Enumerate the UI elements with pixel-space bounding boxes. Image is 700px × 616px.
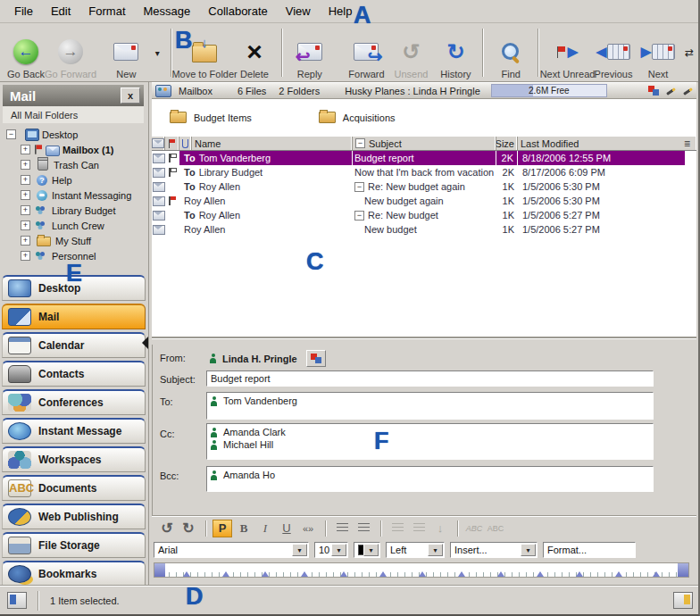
column-last-modified[interactable]: Last Modified ≡ xyxy=(518,137,696,150)
column-size[interactable]: Size xyxy=(496,137,518,150)
collapse-box-icon[interactable]: − xyxy=(6,129,16,139)
expand-box-icon[interactable]: + xyxy=(21,145,30,154)
menu-format[interactable]: Format xyxy=(79,3,134,20)
calendar-status-icon[interactable] xyxy=(673,592,693,609)
menu-collaborate[interactable]: Collaborate xyxy=(199,3,277,20)
ruler[interactable] xyxy=(154,562,689,578)
quote-button[interactable]: «» xyxy=(298,520,318,537)
tree-item-instant-messaging[interactable]: + Instant Messaging xyxy=(3,187,146,203)
tree-item-my-stuff[interactable]: + My Stuff xyxy=(3,233,146,248)
panel-toggle-icon[interactable] xyxy=(7,592,27,609)
subject-field[interactable]: Budget report xyxy=(206,370,654,387)
folder-filter[interactable]: All Mail Folders xyxy=(3,106,144,123)
sidebar-item-conferences[interactable]: Conferences xyxy=(2,389,146,415)
sidebar-item-calendar[interactable]: Calendar xyxy=(2,332,146,358)
next-button[interactable]: ▶ Next xyxy=(636,25,680,80)
bcc-field[interactable]: Amanda Ho xyxy=(206,466,654,492)
panel-close-button[interactable]: x xyxy=(121,87,140,104)
shortcut-acquisitions[interactable]: Acquisitions xyxy=(319,112,396,123)
outdent-button[interactable] xyxy=(354,520,373,537)
collapse-all-icon[interactable]: − xyxy=(355,138,365,148)
redo-button[interactable]: ↻ xyxy=(179,520,198,537)
menu-edit[interactable]: Edit xyxy=(42,3,79,20)
indent-button[interactable] xyxy=(332,520,352,537)
ruler-right-cap[interactable] xyxy=(678,563,688,577)
collapse-thread-icon[interactable]: − xyxy=(354,182,364,192)
forward-button[interactable]: ↪ Forward xyxy=(344,25,388,80)
collapse-thread-icon[interactable]: − xyxy=(354,211,364,221)
go-back-button[interactable]: ← Go Back xyxy=(4,25,48,80)
expand-box-icon[interactable]: + xyxy=(21,251,30,261)
expand-box-icon[interactable]: + xyxy=(21,190,30,200)
bold-button[interactable]: B xyxy=(234,520,254,537)
folder-icon xyxy=(319,112,336,123)
shortcut-budget-items[interactable]: Budget Items xyxy=(170,112,252,123)
font-family-select[interactable]: Arial▾ xyxy=(154,542,309,558)
font-size-select[interactable]: 10▾ xyxy=(314,542,348,558)
next-unread-button[interactable]: ▶ Next Unread xyxy=(544,25,591,80)
right-arrow-icon: ▶ xyxy=(568,44,579,60)
message-row[interactable]: ToRoy Allen −Re: New budget again 1K 1/5… xyxy=(152,179,696,194)
expand-box-icon[interactable]: + xyxy=(21,205,30,215)
flag-icon xyxy=(35,145,42,154)
undo-button[interactable]: ↺ xyxy=(157,520,177,537)
column-subject[interactable]: − Subject xyxy=(353,137,496,150)
reply-button[interactable]: ↩ Reply xyxy=(288,25,332,80)
tree-item-mailbox[interactable]: + Mailbox (1) xyxy=(3,142,146,157)
spacing-icon xyxy=(392,523,404,533)
status-bar: 1 Item selected. xyxy=(0,586,700,614)
history-button[interactable]: ↻ History xyxy=(433,25,478,80)
list-menu-icon[interactable]: ≡ xyxy=(684,137,694,150)
previous-button[interactable]: ◀ Previous xyxy=(591,25,636,80)
expand-box-icon[interactable]: + xyxy=(21,236,30,246)
sidebar-item-workspaces[interactable]: Workspaces xyxy=(2,446,146,472)
ruler-left-cap[interactable] xyxy=(154,563,165,577)
sidebar-item-instant-message[interactable]: Instant Message xyxy=(2,418,146,444)
to-field[interactable]: Tom Vandenberg xyxy=(206,392,654,420)
sidebar-item-mail[interactable]: Mail xyxy=(2,304,146,329)
sidebar-item-file-storage[interactable]: File Storage xyxy=(2,532,146,558)
column-mail-type[interactable] xyxy=(152,137,165,150)
cc-field[interactable]: Amanda Clark Michael Hill xyxy=(206,423,654,460)
find-button[interactable]: Find xyxy=(488,25,533,80)
menu-view[interactable]: View xyxy=(277,3,320,20)
delete-button[interactable]: × Delete xyxy=(232,25,277,80)
expand-box-icon[interactable]: + xyxy=(21,221,30,230)
font-color-select[interactable]: ▾ xyxy=(354,542,380,558)
alignment-select[interactable]: Left▾ xyxy=(386,542,445,558)
new-button[interactable]: New xyxy=(104,25,148,80)
new-dropdown-button[interactable]: ▾ xyxy=(148,25,166,80)
tree-item-help[interactable]: + ? Help xyxy=(3,172,146,187)
column-flag[interactable] xyxy=(165,137,179,150)
message-row[interactable]: Roy Allen New budget 1K 1/5/2006 5:27 PM xyxy=(152,222,696,237)
toolbar-overflow-button[interactable]: ⇄ xyxy=(680,25,698,80)
tree-item-desktop[interactable]: − Desktop xyxy=(3,127,146,142)
tree-item-library-budget[interactable]: + Library Budget xyxy=(3,203,146,218)
sidebar-item-contacts[interactable]: Contacts xyxy=(2,361,146,387)
edit-icon[interactable] xyxy=(664,86,676,96)
message-row[interactable]: ToLibrary Budget Now that I'm back from … xyxy=(152,165,696,179)
column-attachment[interactable] xyxy=(179,137,192,150)
display-settings-icon[interactable] xyxy=(648,86,659,96)
insert-select[interactable]: Insert...▾ xyxy=(450,542,538,558)
sidebar-item-documents[interactable]: ABC Documents xyxy=(2,475,146,501)
italic-button[interactable]: I xyxy=(255,520,275,537)
message-row[interactable]: ToTom Vanderberg Budget report 2K 8/18/2… xyxy=(152,151,696,165)
message-row[interactable]: ToRoy Allen −Re: New budget 1K 1/5/2006 … xyxy=(152,208,696,222)
column-name[interactable]: Name xyxy=(192,137,353,150)
sidebar-item-web-publishing[interactable]: Web Publishing xyxy=(2,504,146,529)
message-row[interactable]: Roy Allen New budget again 1K 1/5/2006 5… xyxy=(152,194,696,208)
sidebar-collapse-handle[interactable] xyxy=(142,337,148,349)
tree-item-lunch-crew[interactable]: + Lunch Crew xyxy=(3,218,146,233)
menu-file[interactable]: File xyxy=(5,3,42,20)
paragraph-style-button[interactable]: P xyxy=(212,520,232,537)
sender-options-button[interactable] xyxy=(306,350,326,367)
tree-item-trash-can[interactable]: + Trash Can xyxy=(3,157,146,172)
underline-button[interactable]: U xyxy=(277,520,296,537)
format-select[interactable]: Format... xyxy=(543,542,636,558)
expand-box-icon[interactable]: + xyxy=(21,160,30,170)
compose-icon[interactable] xyxy=(681,86,693,96)
expand-box-icon[interactable]: + xyxy=(21,175,30,185)
menu-message[interactable]: Message xyxy=(135,3,200,20)
sidebar-item-bookmarks[interactable]: Bookmarks xyxy=(2,561,146,587)
